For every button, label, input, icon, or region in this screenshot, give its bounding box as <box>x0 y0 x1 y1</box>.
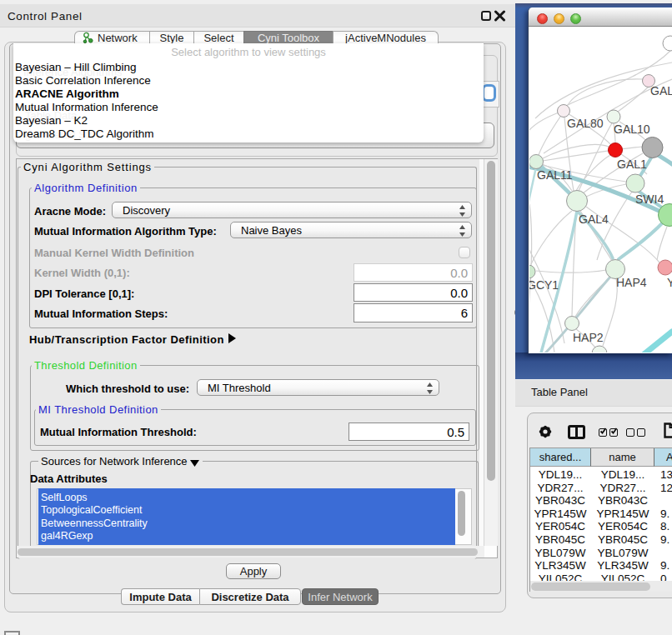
svg-text:GAL1: GAL1 <box>617 158 647 171</box>
svg-text:HAP4: HAP4 <box>616 276 647 289</box>
svg-text:GAL8: GAL8 <box>650 84 672 98</box>
svg-text:GAL11: GAL11 <box>537 168 573 182</box>
svg-text:Y: Y <box>667 276 672 289</box>
svg-text:GCY1: GCY1 <box>529 278 559 292</box>
svg-text:HAP2: HAP2 <box>573 331 604 344</box>
svg-text:GAL4: GAL4 <box>579 212 609 226</box>
svg-text:SWI4: SWI4 <box>635 192 664 206</box>
svg-text:GAL80: GAL80 <box>567 117 604 130</box>
svg-text:GAL10: GAL10 <box>614 122 650 136</box>
